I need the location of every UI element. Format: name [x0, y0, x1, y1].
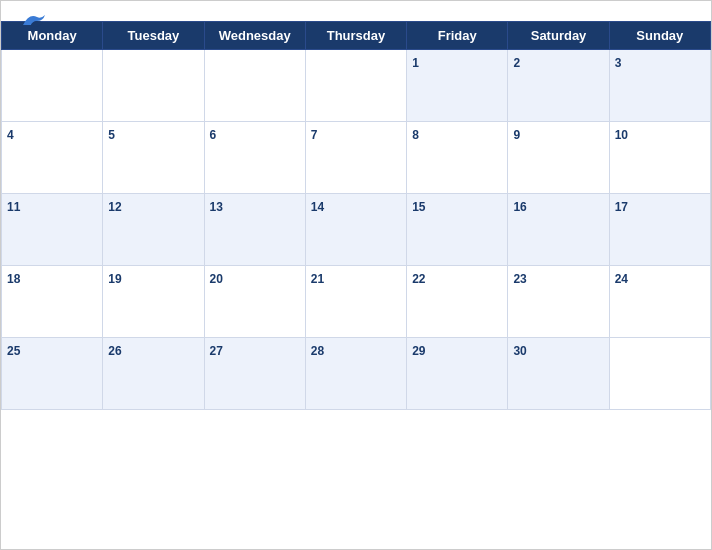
calendar-cell: 20 — [204, 266, 305, 338]
calendar-cell: 1 — [407, 50, 508, 122]
day-number: 22 — [412, 272, 425, 286]
day-number: 10 — [615, 128, 628, 142]
calendar-cell: 25 — [2, 338, 103, 410]
calendar-cell: 7 — [305, 122, 406, 194]
weekday-wednesday: Wednesday — [204, 22, 305, 50]
calendar-cell — [204, 50, 305, 122]
calendar-cell: 28 — [305, 338, 406, 410]
day-number: 15 — [412, 200, 425, 214]
day-number: 17 — [615, 200, 628, 214]
calendar-cell: 17 — [609, 194, 710, 266]
day-number: 16 — [513, 200, 526, 214]
day-number: 18 — [7, 272, 20, 286]
day-number: 29 — [412, 344, 425, 358]
calendar-cell — [609, 338, 710, 410]
calendar-cell: 2 — [508, 50, 609, 122]
calendar-cell: 21 — [305, 266, 406, 338]
day-number: 26 — [108, 344, 121, 358]
day-number: 12 — [108, 200, 121, 214]
calendar-week-row: 45678910 — [2, 122, 711, 194]
day-number: 28 — [311, 344, 324, 358]
calendar-cell: 10 — [609, 122, 710, 194]
logo-area — [21, 11, 51, 31]
calendar-cell: 5 — [103, 122, 204, 194]
calendar-header — [1, 1, 711, 21]
day-number: 9 — [513, 128, 520, 142]
day-number: 25 — [7, 344, 20, 358]
day-number: 13 — [210, 200, 223, 214]
calendar-cell — [2, 50, 103, 122]
day-number: 14 — [311, 200, 324, 214]
day-number: 1 — [412, 56, 419, 70]
calendar-week-row: 18192021222324 — [2, 266, 711, 338]
day-number: 19 — [108, 272, 121, 286]
calendar-cell: 15 — [407, 194, 508, 266]
day-number: 24 — [615, 272, 628, 286]
weekday-friday: Friday — [407, 22, 508, 50]
calendar-cell: 8 — [407, 122, 508, 194]
weekday-sunday: Sunday — [609, 22, 710, 50]
day-number: 23 — [513, 272, 526, 286]
weekday-header-row: Monday Tuesday Wednesday Thursday Friday… — [2, 22, 711, 50]
day-number: 27 — [210, 344, 223, 358]
calendar-cell: 3 — [609, 50, 710, 122]
calendar-cell: 30 — [508, 338, 609, 410]
calendar-cell: 23 — [508, 266, 609, 338]
calendar-cell: 9 — [508, 122, 609, 194]
calendar-cell: 29 — [407, 338, 508, 410]
calendar-cell: 26 — [103, 338, 204, 410]
calendar-cell: 13 — [204, 194, 305, 266]
calendar-cell: 19 — [103, 266, 204, 338]
calendar-cell — [305, 50, 406, 122]
calendar-cell: 27 — [204, 338, 305, 410]
calendar-container: Monday Tuesday Wednesday Thursday Friday… — [0, 0, 712, 550]
weekday-thursday: Thursday — [305, 22, 406, 50]
calendar-cell: 18 — [2, 266, 103, 338]
calendar-cell: 14 — [305, 194, 406, 266]
calendar-week-row: 252627282930 — [2, 338, 711, 410]
logo-bird-icon — [21, 11, 49, 31]
calendar-week-row: 11121314151617 — [2, 194, 711, 266]
day-number: 5 — [108, 128, 115, 142]
calendar-cell: 12 — [103, 194, 204, 266]
calendar-week-row: 123 — [2, 50, 711, 122]
calendar-cell: 4 — [2, 122, 103, 194]
day-number: 30 — [513, 344, 526, 358]
day-number: 11 — [7, 200, 20, 214]
day-number: 6 — [210, 128, 217, 142]
calendar-grid: Monday Tuesday Wednesday Thursday Friday… — [1, 21, 711, 410]
day-number: 2 — [513, 56, 520, 70]
day-number: 4 — [7, 128, 14, 142]
weekday-tuesday: Tuesday — [103, 22, 204, 50]
weekday-monday: Monday — [2, 22, 103, 50]
calendar-cell — [103, 50, 204, 122]
calendar-cell: 24 — [609, 266, 710, 338]
day-number: 8 — [412, 128, 419, 142]
calendar-cell: 11 — [2, 194, 103, 266]
day-number: 21 — [311, 272, 324, 286]
calendar-cell: 6 — [204, 122, 305, 194]
weekday-saturday: Saturday — [508, 22, 609, 50]
day-number: 7 — [311, 128, 318, 142]
day-number: 20 — [210, 272, 223, 286]
day-number: 3 — [615, 56, 622, 70]
calendar-cell: 22 — [407, 266, 508, 338]
calendar-cell: 16 — [508, 194, 609, 266]
